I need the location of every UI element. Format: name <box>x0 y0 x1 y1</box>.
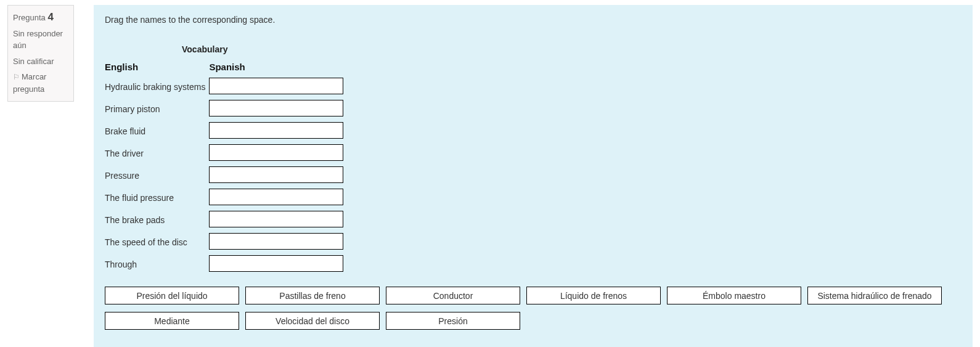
flag-question-link[interactable]: ⚐Marcar pregunta <box>13 71 68 95</box>
dropzone[interactable] <box>209 78 343 94</box>
english-term: Pressure <box>105 165 209 187</box>
dropzone[interactable] <box>209 144 343 161</box>
drag-item[interactable]: Líquido de frenos <box>526 287 661 304</box>
col-header-spanish: Spanish <box>209 59 347 76</box>
dropzone[interactable] <box>209 211 343 227</box>
english-term: Primary piston <box>105 98 209 120</box>
english-term: The brake pads <box>105 209 209 231</box>
dropzone[interactable] <box>209 100 343 116</box>
drag-item[interactable]: Velocidad del disco <box>245 312 380 330</box>
drag-item[interactable]: Mediante <box>105 312 239 330</box>
drag-item[interactable]: Conductor <box>386 287 520 304</box>
english-term: Hydraulic braking systems <box>105 76 209 98</box>
dropzone[interactable] <box>209 255 343 272</box>
drag-item[interactable]: Presión del líquido <box>105 287 239 304</box>
drag-row-1: Presión del líquido Pastillas de freno C… <box>105 287 962 304</box>
table-row: Primary piston <box>105 98 347 120</box>
question-info-box: Pregunta 4 Sin responder aún Sin calific… <box>7 5 74 102</box>
table-row: Pressure <box>105 165 347 187</box>
table-row: The driver <box>105 142 347 165</box>
english-term: The speed of the disc <box>105 231 209 253</box>
col-header-english: English <box>105 59 209 76</box>
drag-item[interactable]: Pastillas de freno <box>245 287 380 304</box>
flag-icon: ⚐ <box>13 71 20 83</box>
table-row: The brake pads <box>105 209 347 231</box>
dropzone[interactable] <box>209 233 343 250</box>
question-state-grade: Sin calificar <box>13 55 68 68</box>
drag-row-2: Mediante Velocidad del disco Presión <box>105 312 962 330</box>
drag-item[interactable]: Émbolo maestro <box>667 287 801 304</box>
vocab-heading: Vocabulary <box>182 44 962 54</box>
question-label: Pregunta <box>13 13 46 22</box>
question-state-unanswered: Sin responder aún <box>13 28 68 52</box>
table-row: Through <box>105 253 347 276</box>
vocab-table: English Spanish Hydraulic braking system… <box>105 59 347 276</box>
drag-item[interactable]: Sistema hidraúlico de frenado <box>807 287 942 304</box>
table-row: Brake fluid <box>105 120 347 142</box>
table-row: Hydraulic braking systems <box>105 76 347 98</box>
dropzone[interactable] <box>209 122 343 139</box>
question-panel: Drag the names to the corresponding spac… <box>94 5 973 347</box>
english-term: Through <box>105 253 209 276</box>
question-number-line: Pregunta 4 <box>13 9 68 25</box>
english-term: Brake fluid <box>105 120 209 142</box>
drag-item[interactable]: Presión <box>386 312 520 330</box>
dropzone[interactable] <box>209 166 343 183</box>
dropzone[interactable] <box>209 189 343 205</box>
english-term: The driver <box>105 142 209 165</box>
table-row: The speed of the disc <box>105 231 347 253</box>
question-number: 4 <box>47 11 53 23</box>
table-row: The fluid pressure <box>105 187 347 209</box>
question-instruction: Drag the names to the corresponding spac… <box>105 15 962 25</box>
english-term: The fluid pressure <box>105 187 209 209</box>
